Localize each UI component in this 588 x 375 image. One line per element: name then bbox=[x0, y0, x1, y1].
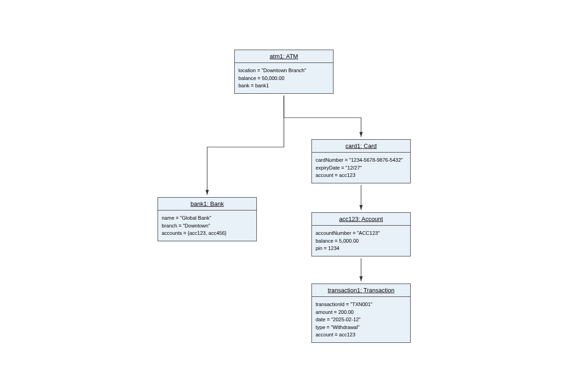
node-attr: balance = 50,000.00 bbox=[238, 74, 329, 82]
node-attr: bank = bank1 bbox=[238, 82, 329, 90]
node-title: card1: Card bbox=[312, 140, 410, 153]
node-attr: type = "Withdrawal" bbox=[316, 324, 407, 331]
node-body: accountNumber = "ACC123" balance = 5,000… bbox=[312, 226, 410, 256]
node-attr: branch = "Downtown" bbox=[162, 222, 253, 230]
object-node-account: acc123: Account accountNumber = "ACC123"… bbox=[311, 212, 411, 256]
node-attr: balance = 5,000.00 bbox=[316, 237, 407, 245]
node-attr: date = "2025-02-12" bbox=[316, 316, 407, 324]
node-title: bank1: Bank bbox=[158, 198, 256, 210]
node-title: atm1: ATM bbox=[235, 50, 333, 63]
node-body: cardNumber = "1234-5678-9876-5432" expir… bbox=[312, 153, 410, 183]
node-attr: cardNumber = "1234-5678-9876-5432" bbox=[316, 156, 407, 164]
node-attr: location = "Downtown Branch" bbox=[238, 67, 329, 74]
node-body: transactionId = "TXN001" amount = 200.00… bbox=[312, 297, 410, 342]
node-title: acc123: Account bbox=[312, 213, 410, 226]
node-attr: name = "Global Bank" bbox=[162, 214, 253, 222]
node-attr: amount = 200.00 bbox=[316, 308, 407, 316]
node-attr: expiryDate = "12/27" bbox=[316, 164, 407, 172]
node-attr: accounts = {acc123, acc456} bbox=[162, 229, 253, 237]
object-node-card: card1: Card cardNumber = "1234-5678-9876… bbox=[311, 139, 411, 183]
node-attr: pin = 1234 bbox=[316, 244, 407, 252]
node-title: transaction1: Transaction bbox=[312, 284, 410, 297]
object-node-bank: bank1: Bank name = "Global Bank" branch … bbox=[158, 197, 257, 241]
node-body: name = "Global Bank" branch = "Downtown"… bbox=[158, 210, 256, 241]
node-attr: account = acc123 bbox=[316, 171, 407, 179]
node-body: location = "Downtown Branch" balance = 5… bbox=[235, 63, 333, 93]
node-attr: account = acc123 bbox=[316, 331, 407, 339]
node-attr: accountNumber = "ACC123" bbox=[316, 229, 407, 237]
node-attr: transactionId = "TXN001" bbox=[316, 301, 407, 308]
object-node-atm: atm1: ATM location = "Downtown Branch" b… bbox=[234, 50, 334, 94]
object-node-transaction: transaction1: Transaction transactionId … bbox=[311, 284, 411, 343]
